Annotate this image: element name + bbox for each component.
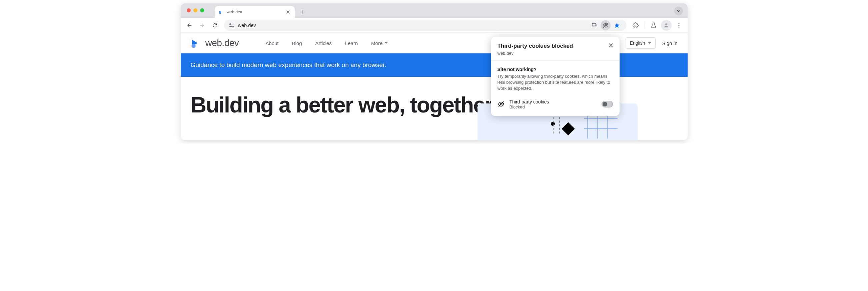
- toggle-knob: [602, 102, 607, 107]
- toggle-status-label: Blocked: [509, 105, 597, 110]
- svg-point-0: [219, 13, 220, 14]
- chrome-menu-icon[interactable]: [674, 20, 684, 31]
- window-minimize-button[interactable]: [193, 8, 197, 12]
- popup-description: Try temporarily allowing third-party coo…: [498, 74, 613, 92]
- browser-tab[interactable]: web.dev: [215, 6, 295, 18]
- svg-point-9: [678, 23, 679, 24]
- window-close-button[interactable]: [187, 8, 191, 12]
- language-selector[interactable]: English: [626, 37, 656, 49]
- svg-point-11: [678, 26, 679, 27]
- popup-host: web.dev: [498, 51, 613, 56]
- omnibox-actions: [589, 20, 622, 30]
- bookmark-star-icon[interactable]: [612, 20, 622, 30]
- labs-icon[interactable]: [648, 20, 659, 31]
- dropdown-arrow-icon: [384, 41, 388, 45]
- reload-button[interactable]: [209, 20, 220, 31]
- url-text: web.dev: [238, 23, 586, 28]
- header-right: English Sign in: [626, 37, 678, 49]
- nav-blog[interactable]: Blog: [292, 40, 302, 46]
- dropdown-arrow-icon: [648, 41, 651, 45]
- nav-more-label: More: [371, 40, 382, 46]
- toggle-main-label: Third-party cookies: [509, 99, 597, 105]
- browser-toolbar: web.dev: [181, 18, 688, 33]
- tab-favicon-icon: [219, 9, 224, 15]
- banner-text: Guidance to build modern web experiences…: [191, 61, 386, 68]
- forward-button[interactable]: [197, 20, 208, 31]
- site-settings-icon[interactable]: [229, 23, 235, 28]
- popup-title: Third-party cookies blocked: [498, 43, 613, 49]
- browser-window: web.dev: [181, 3, 688, 140]
- toggle-labels: Third-party cookies Blocked: [509, 99, 597, 110]
- nav-learn[interactable]: Learn: [345, 40, 358, 46]
- install-app-icon[interactable]: [589, 20, 599, 30]
- popup-header: Third-party cookies blocked web.dev: [491, 37, 620, 61]
- back-button[interactable]: [184, 20, 195, 31]
- popup-close-button[interactable]: [607, 41, 615, 49]
- window-controls: [187, 8, 204, 12]
- toolbar-separator: [645, 22, 645, 29]
- svg-point-8: [665, 23, 667, 25]
- site-nav: About Blog Articles Learn More: [266, 40, 388, 46]
- hero-title: Building a better web, together: [191, 93, 493, 140]
- eye-off-icon: [498, 100, 505, 108]
- tab-title: web.dev: [227, 10, 283, 14]
- nav-about[interactable]: About: [266, 40, 278, 46]
- window-maximize-button[interactable]: [200, 8, 204, 12]
- title-bar: web.dev: [181, 3, 688, 18]
- window-dropdown-button[interactable]: [674, 7, 683, 16]
- popup-body: Site not working? Try temporarily allowi…: [491, 61, 620, 116]
- cookies-toggle-row: Third-party cookies Blocked: [498, 99, 613, 110]
- new-tab-button[interactable]: [298, 7, 307, 17]
- profile-avatar-icon[interactable]: [661, 20, 672, 31]
- sign-in-link[interactable]: Sign in: [662, 40, 678, 46]
- cookies-toggle[interactable]: [601, 101, 613, 108]
- webdev-logo-icon: [191, 37, 202, 49]
- svg-point-13: [191, 44, 195, 48]
- extensions-icon[interactable]: [630, 20, 641, 31]
- site-logo-text: web.dev: [206, 38, 239, 49]
- address-bar[interactable]: web.dev: [224, 20, 627, 31]
- svg-point-10: [678, 25, 679, 26]
- site-logo[interactable]: web.dev: [191, 37, 239, 49]
- tab-close-button[interactable]: [285, 9, 291, 15]
- language-label: English: [630, 40, 645, 46]
- nav-more[interactable]: More: [371, 40, 388, 46]
- svg-point-1: [229, 23, 231, 25]
- cookies-blocked-icon[interactable]: [600, 20, 611, 30]
- popup-question: Site not working?: [498, 67, 613, 72]
- cookies-popup: Third-party cookies blocked web.dev Site…: [491, 37, 620, 116]
- nav-articles[interactable]: Articles: [315, 40, 332, 46]
- svg-point-3: [232, 26, 234, 27]
